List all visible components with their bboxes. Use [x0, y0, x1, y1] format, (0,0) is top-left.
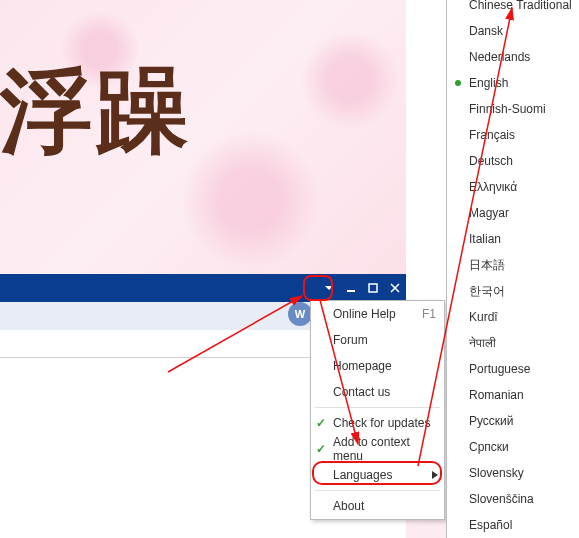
- language-label: Русский: [469, 414, 514, 428]
- language-item[interactable]: Finnish-Suomi: [447, 96, 579, 122]
- submenu-arrow-icon: [432, 468, 438, 482]
- close-button[interactable]: [384, 274, 406, 302]
- menu-label: Forum: [333, 333, 368, 347]
- selected-dot-icon: [455, 80, 461, 86]
- svg-rect-0: [347, 290, 355, 292]
- menu-label: Add to context menu: [333, 435, 436, 463]
- language-item[interactable]: 日本語: [447, 252, 579, 278]
- language-item[interactable]: Русский: [447, 408, 579, 434]
- language-item[interactable]: Magyar: [447, 200, 579, 226]
- window-titlebar: [0, 274, 406, 302]
- language-item[interactable]: Chinese Traditional: [447, 0, 579, 18]
- flower-decoration: [180, 130, 320, 270]
- language-item[interactable]: Српски: [447, 434, 579, 460]
- check-icon: ✓: [316, 442, 326, 456]
- menu-label: Online Help: [333, 307, 396, 321]
- main-dropdown-menu: Online Help F1 Forum Homepage Contact us…: [310, 300, 445, 520]
- menu-add-context[interactable]: ✓ Add to context menu: [311, 436, 444, 462]
- language-label: English: [469, 76, 508, 90]
- language-label: Dansk: [469, 24, 503, 38]
- language-label: Slovenščina: [469, 492, 534, 506]
- language-label: Ελληνικά: [469, 180, 517, 194]
- menu-label: Check for updates: [333, 416, 430, 430]
- menu-separator: [315, 407, 440, 408]
- language-item[interactable]: Dansk: [447, 18, 579, 44]
- svg-rect-1: [369, 284, 377, 292]
- menu-label: Contact us: [333, 385, 390, 399]
- language-item[interactable]: English: [447, 70, 579, 96]
- language-item[interactable]: Español: [447, 512, 579, 538]
- language-item[interactable]: Slovensky: [447, 460, 579, 486]
- language-label: 한국어: [469, 283, 505, 300]
- wallpaper-area: 浮躁: [0, 0, 406, 274]
- language-label: Chinese Traditional: [469, 0, 572, 12]
- menu-check-updates[interactable]: ✓ Check for updates: [311, 410, 444, 436]
- language-label: Slovensky: [469, 466, 524, 480]
- language-item[interactable]: Nederlands: [447, 44, 579, 70]
- flower-decoration: [300, 30, 400, 130]
- language-label: Finnish-Suomi: [469, 102, 546, 116]
- language-label: Deutsch: [469, 154, 513, 168]
- language-item[interactable]: Romanian: [447, 382, 579, 408]
- language-item[interactable]: Kurdî: [447, 304, 579, 330]
- language-label: Nederlands: [469, 50, 530, 64]
- language-label: Français: [469, 128, 515, 142]
- language-item[interactable]: Deutsch: [447, 148, 579, 174]
- check-icon: ✓: [316, 416, 326, 430]
- menu-online-help[interactable]: Online Help F1: [311, 301, 444, 327]
- menu-shortcut: F1: [422, 307, 436, 321]
- language-item[interactable]: 한국어: [447, 278, 579, 304]
- language-item[interactable]: Slovenščina: [447, 486, 579, 512]
- menu-languages[interactable]: Languages: [311, 462, 444, 488]
- menu-contact-us[interactable]: Contact us: [311, 379, 444, 405]
- dropdown-button[interactable]: [318, 274, 340, 302]
- wallpaper-text: 浮躁: [0, 50, 192, 174]
- language-label: नेपाली: [469, 336, 496, 350]
- language-label: 日本語: [469, 257, 505, 274]
- menu-label: About: [333, 499, 364, 513]
- language-label: Српски: [469, 440, 509, 454]
- language-item[interactable]: नेपाली: [447, 330, 579, 356]
- menu-about[interactable]: About: [311, 493, 444, 519]
- language-item[interactable]: Ελληνικά: [447, 174, 579, 200]
- language-label: Portuguese: [469, 362, 530, 376]
- menu-forum[interactable]: Forum: [311, 327, 444, 353]
- minimize-button[interactable]: [340, 274, 362, 302]
- menu-label: Languages: [333, 468, 392, 482]
- language-submenu: Chinese TraditionalDanskNederlandsEnglis…: [446, 0, 579, 538]
- language-label: Kurdî: [469, 310, 498, 324]
- menu-separator: [315, 490, 440, 491]
- language-label: Romanian: [469, 388, 524, 402]
- maximize-button[interactable]: [362, 274, 384, 302]
- avatar[interactable]: W: [288, 302, 312, 326]
- language-label: Italian: [469, 232, 501, 246]
- menu-label: Homepage: [333, 359, 392, 373]
- language-label: Español: [469, 518, 512, 532]
- language-item[interactable]: Portuguese: [447, 356, 579, 382]
- language-item[interactable]: Français: [447, 122, 579, 148]
- language-item[interactable]: Italian: [447, 226, 579, 252]
- language-label: Magyar: [469, 206, 509, 220]
- menu-homepage[interactable]: Homepage: [311, 353, 444, 379]
